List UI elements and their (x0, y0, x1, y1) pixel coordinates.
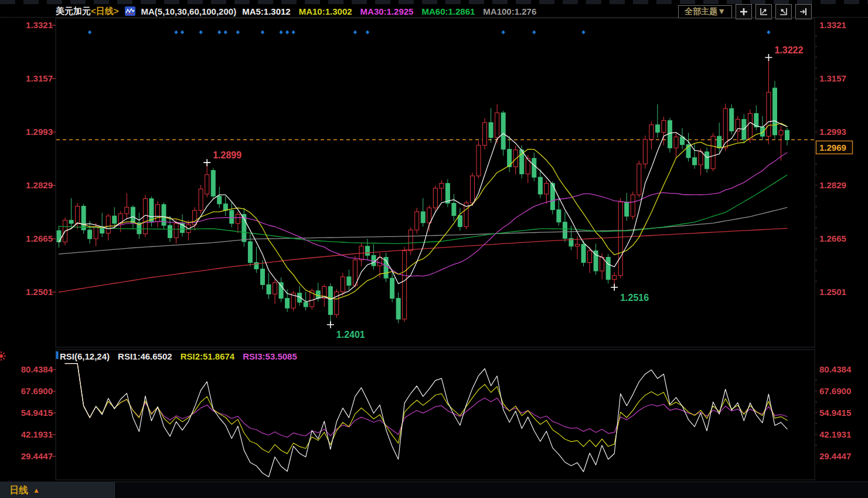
axis-dot (816, 380, 817, 381)
candle (705, 152, 709, 169)
axis-dot (816, 423, 817, 424)
rsi-tick-label-right: 42.1931 (819, 429, 851, 439)
period-selector[interactable]: 日线 ▲ (0, 482, 115, 498)
candle (267, 284, 271, 294)
axis-dot (816, 249, 817, 250)
signal-dot (285, 31, 289, 35)
candle (643, 140, 647, 164)
candle (94, 226, 98, 239)
signal-dot (279, 31, 282, 35)
candle (576, 244, 580, 246)
period-selector-label: 日线 (9, 485, 28, 497)
signal-dot (181, 31, 184, 35)
candle (341, 277, 345, 292)
main-pane-border (56, 18, 815, 347)
candle (403, 251, 407, 320)
rsi-tick-label-right: 67.6900 (819, 386, 851, 396)
axis-dot (816, 206, 817, 207)
axis-dot (816, 46, 817, 47)
candle (353, 260, 357, 285)
rsi-tick-label-left: 29.4447 (21, 451, 53, 461)
axis-dot (816, 281, 817, 282)
axis-dot (816, 56, 817, 57)
candle (501, 113, 505, 149)
axis-dot (816, 174, 817, 175)
price-tick-label-left: 1.2665 (26, 233, 53, 243)
rsi-tick-label-right: 29.4447 (819, 451, 851, 461)
candle (581, 244, 586, 262)
axis-dot (816, 195, 817, 197)
candle (409, 230, 413, 251)
signal-dot (581, 31, 585, 35)
candle (88, 230, 92, 239)
axis-dot (816, 445, 817, 446)
candle (662, 121, 666, 133)
signal-dot (261, 31, 264, 35)
candle (396, 299, 400, 320)
candle (155, 205, 159, 222)
candle (113, 216, 117, 223)
rsi-tick-label-left: 42.1931 (21, 429, 53, 439)
candle (563, 222, 567, 239)
axis-dot (816, 110, 817, 111)
axis-dot (816, 121, 817, 122)
rsi-pane-border (56, 350, 815, 480)
candle (316, 291, 320, 299)
candle (168, 225, 172, 238)
axis-dot (816, 89, 817, 90)
trading-chart-app: 美元加元<日线> MA(5,10,30,60,100,200) MA5:1.30… (0, 0, 868, 498)
candle (248, 242, 252, 263)
candle (433, 188, 437, 208)
candle (285, 299, 290, 309)
candle (625, 202, 629, 216)
candle (125, 207, 129, 214)
price-tick-label-right: 1.3321 (819, 20, 846, 30)
candle (236, 214, 240, 223)
candle (730, 109, 734, 131)
rsi12-line (65, 364, 787, 454)
signal-dot (236, 31, 240, 35)
candle (631, 195, 635, 216)
candle (649, 125, 653, 140)
candle (415, 212, 419, 230)
candle (748, 113, 752, 139)
candle (699, 152, 703, 165)
rsi-params-label: RSI(6,12,24) (60, 351, 110, 361)
axis-dot (816, 259, 817, 260)
candle (366, 246, 370, 256)
candle (69, 220, 73, 223)
axis-dot (816, 270, 817, 271)
candle (81, 206, 86, 231)
signal-dot (199, 31, 202, 35)
axis-dot (816, 412, 817, 414)
candle (767, 92, 771, 136)
main-chart-svg[interactable]: 1.33211.33211.31571.31571.29931.29931.28… (0, 0, 868, 498)
candle (779, 130, 783, 135)
candle (471, 176, 475, 203)
rsi-value: RSI2:51.8674 (181, 351, 235, 361)
rsi-tick-label-right: 54.9415 (819, 408, 851, 418)
candle (458, 216, 462, 227)
annotation-label: 1.2516 (620, 293, 649, 303)
candle (347, 277, 351, 285)
price-tick-label-right: 1.2993 (819, 127, 846, 137)
signal-dot (366, 31, 369, 35)
axis-dot (816, 99, 817, 100)
price-tick-label-right: 1.2829 (819, 180, 846, 190)
candle (717, 136, 721, 148)
up-triangle-icon: ▲ (33, 486, 40, 494)
candle (544, 184, 549, 194)
price-tick-label-right: 1.2665 (819, 233, 846, 243)
candle (76, 206, 80, 223)
axis-dot (816, 238, 817, 239)
candle (483, 123, 487, 145)
signal-dot (532, 31, 536, 35)
signal-dot (217, 31, 221, 35)
price-tick-label-left: 1.3157 (26, 73, 53, 83)
cross-marker (765, 54, 772, 61)
candle (304, 302, 308, 307)
candle (211, 170, 215, 196)
price-tick-label-left: 1.3321 (26, 20, 53, 30)
current-price-label: 1.2969 (819, 143, 846, 153)
candle (452, 204, 456, 216)
